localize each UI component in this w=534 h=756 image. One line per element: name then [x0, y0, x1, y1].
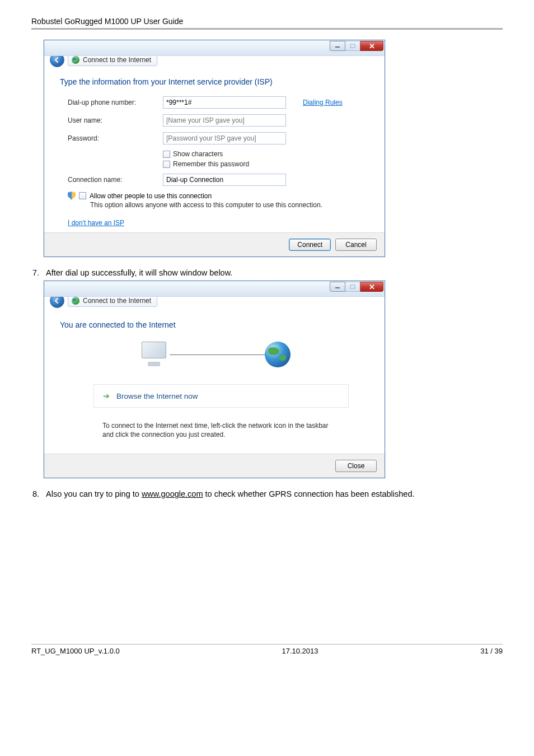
maximize-button-2[interactable]: [345, 282, 360, 292]
username-input[interactable]: [163, 114, 286, 127]
footer-left: RT_UG_M1000 UP_v.1.0.0: [31, 647, 120, 655]
globe-icon: [72, 56, 79, 64]
step-8-post: to check whether GPRS connection has bee…: [203, 489, 414, 498]
footer-center: 17.10.2013: [282, 647, 318, 655]
computer-icon: [138, 342, 170, 367]
step-8-text: Also you can try to ping to www.google.c…: [46, 489, 415, 498]
username-label: User name:: [68, 116, 163, 124]
password-input[interactable]: [163, 132, 286, 144]
connection-name-input[interactable]: [163, 174, 286, 186]
browse-now-option[interactable]: ➔ Browse the Internet now: [93, 384, 349, 408]
svg-rect-2: [335, 287, 340, 288]
shield-icon: [68, 192, 76, 200]
doc-header: Robustel GoRugged M1000 UP User Guide: [31, 17, 503, 30]
no-isp-link[interactable]: I don't have an ISP: [60, 219, 124, 227]
arrow-right-icon: ➔: [103, 391, 110, 400]
breadcrumb-text-2: Connect to the Internet: [83, 297, 151, 305]
remember-password-label: Remember this password: [173, 160, 249, 168]
titlebar-2: ✕: [44, 281, 385, 297]
minimize-button-2[interactable]: [330, 282, 345, 292]
titlebar: ✕: [44, 40, 385, 56]
allow-others-description: This option allows anyone with access to…: [60, 201, 369, 209]
globe-large-icon: [265, 342, 291, 367]
footer-right: 31 / 39: [480, 647, 503, 655]
breadcrumb-text: Connect to the Internet: [83, 56, 151, 64]
globe-icon-2: [72, 297, 79, 305]
browse-now-label: Browse the Internet now: [116, 392, 198, 400]
close-button[interactable]: ✕: [360, 41, 383, 51]
step-7-number: 7.: [31, 268, 39, 277]
phone-input[interactable]: [163, 96, 286, 109]
connection-visual: [60, 342, 369, 367]
ping-link[interactable]: www.google.com: [142, 489, 203, 498]
isp-dialog-window: ✕ Connect to the Internet Type the infor…: [44, 40, 385, 257]
svg-rect-1: [350, 44, 355, 48]
close-dialog-button[interactable]: Close: [335, 460, 377, 472]
cancel-button[interactable]: Cancel: [335, 239, 377, 251]
dialog-heading: Type the information from your Internet …: [60, 77, 369, 86]
connected-dialog-window: ✕ Connect to the Internet You are connec…: [44, 281, 385, 478]
step-8-number: 8.: [31, 489, 39, 498]
maximize-button[interactable]: [345, 41, 360, 51]
remember-password-checkbox[interactable]: [163, 161, 170, 168]
show-characters-checkbox[interactable]: [163, 151, 170, 158]
button-bar: Connect Cancel: [44, 232, 385, 256]
connection-line-icon: [170, 354, 265, 355]
show-characters-label: Show characters: [173, 150, 223, 158]
step-8: 8. Also you can try to ping to www.googl…: [31, 489, 503, 498]
minimize-button[interactable]: [330, 41, 345, 51]
button-bar-2: Close: [44, 454, 385, 478]
connect-button[interactable]: Connect: [289, 239, 331, 251]
step-8-pre: Also you can try to ping to: [46, 489, 142, 498]
allow-others-checkbox[interactable]: [79, 192, 86, 199]
svg-rect-3: [350, 285, 355, 288]
reconnect-hint: To connect to the Internet next time, le…: [60, 421, 369, 439]
phone-label: Dial-up phone number:: [68, 99, 163, 106]
doc-footer: RT_UG_M1000 UP_v.1.0.0 17.10.2013 31 / 3…: [31, 644, 503, 655]
step-7: 7. After dial up successfully, it will s…: [31, 268, 503, 277]
connection-name-label: Connection name:: [68, 176, 163, 184]
dialing-rules-link[interactable]: Dialing Rules: [303, 99, 343, 106]
close-button-2[interactable]: ✕: [360, 282, 383, 292]
svg-rect-0: [335, 46, 340, 48]
connected-heading: You are connected to the Internet: [60, 320, 369, 329]
step-7-text: After dial up successfully, it will show…: [46, 268, 232, 277]
allow-others-label: Allow other people to use this connectio…: [90, 192, 212, 200]
password-label: Password:: [68, 134, 163, 142]
